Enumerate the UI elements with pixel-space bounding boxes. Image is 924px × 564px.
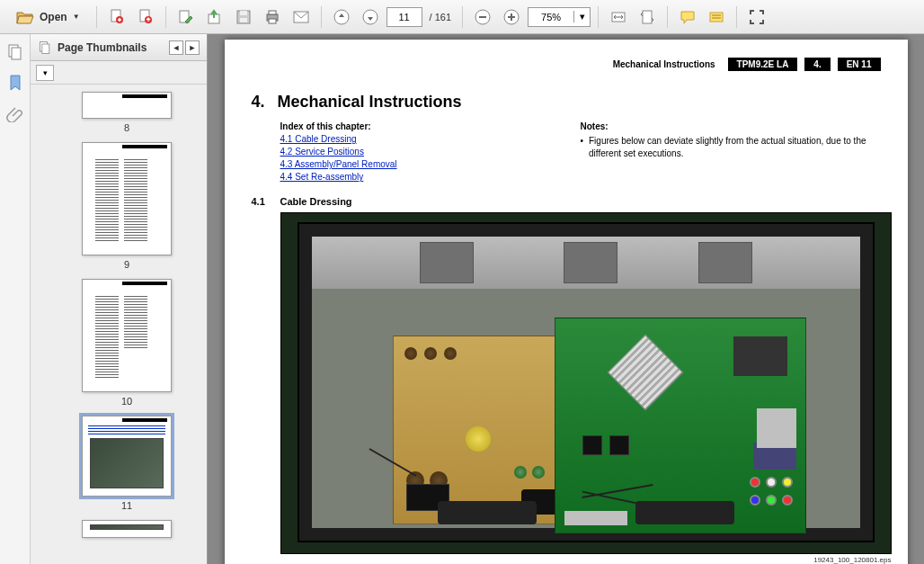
svg-rect-10 (269, 11, 276, 14)
chevron-down-icon: ▼ (73, 13, 80, 21)
open-button[interactable]: Open ▼ (7, 10, 89, 24)
thumbnail-item: 8 (47, 92, 207, 133)
export-button[interactable] (202, 4, 227, 30)
comment-button[interactable] (675, 4, 700, 30)
index-link[interactable]: 4.2 Service Positions (280, 146, 581, 158)
thumbnail-label: 10 (47, 396, 207, 407)
sidebar-options-button[interactable]: ▾ (36, 65, 54, 81)
page-running-header: Mechanical Instructions TPM9.2E LA 4. EN… (252, 58, 881, 71)
header-chapter: 4. (804, 58, 830, 71)
thumbnail-label: 11 (47, 500, 207, 511)
index-heading: Index of this chapter: (280, 121, 371, 131)
main-toolbar: Open ▼ / 161 ▾ (0, 0, 924, 34)
svg-rect-11 (269, 19, 276, 23)
zoom-out-button[interactable] (470, 4, 495, 30)
pencil-page-icon (178, 9, 194, 25)
chapter-title: Mechanical Instructions (278, 93, 462, 112)
chapter-number: 4. (252, 93, 265, 112)
thumbnail-item: 11 (47, 416, 207, 511)
print-button[interactable] (260, 4, 285, 30)
highlight-button[interactable] (704, 4, 729, 30)
open-label: Open (40, 11, 67, 23)
index-link[interactable]: 4.3 Assembly/Panel Removal (280, 158, 581, 171)
thumbnail[interactable] (82, 416, 172, 497)
pages-icon (38, 40, 52, 55)
left-rail (0, 34, 31, 564)
save-icon (235, 9, 252, 25)
notes-text: Figures below can deviate slightly from … (589, 135, 880, 160)
thumbnail-item: 9 (47, 142, 207, 270)
bookmark-icon (6, 74, 24, 92)
fit-width-icon (610, 9, 626, 25)
print-icon (264, 9, 280, 25)
fullscreen-button[interactable] (744, 4, 769, 30)
fit-width-button[interactable] (606, 4, 631, 30)
svg-rect-7 (240, 11, 247, 15)
index-column: Index of this chapter: 4.1 Cable Dressin… (280, 121, 581, 184)
plus-circle-icon (503, 9, 520, 25)
arrow-down-icon (362, 9, 378, 25)
zoom-input[interactable] (529, 12, 573, 22)
sidebar-header: Page Thumbnails ◄ ► (31, 34, 207, 61)
sidebar-title: Page Thumbnails (58, 41, 147, 54)
header-pageref: EN 11 (838, 58, 881, 71)
speech-bubble-icon (680, 10, 696, 24)
save-button[interactable] (231, 4, 256, 30)
section-number: 4.1 (252, 196, 268, 207)
document-viewport[interactable]: Mechanical Instructions TPM9.2E LA 4. EN… (208, 34, 924, 564)
thumbnail-label: 9 (47, 259, 207, 270)
thumbnail-item: 10 (47, 279, 207, 407)
page-arrow-icon (138, 9, 154, 25)
highlight-icon (708, 10, 724, 24)
document-page: Mechanical Instructions TPM9.2E LA 4. EN… (225, 40, 908, 564)
notes-heading: Notes: (581, 121, 609, 131)
thumbnail[interactable] (82, 520, 172, 538)
section-title: Cable Dressing (280, 196, 352, 207)
zoom-in-button[interactable] (499, 4, 524, 30)
thumbnail[interactable] (82, 142, 172, 255)
envelope-icon (293, 11, 309, 23)
folder-open-icon (16, 10, 34, 24)
fit-page-button[interactable] (635, 4, 660, 30)
convert-pdf-button[interactable] (133, 4, 158, 30)
pages-icon (6, 43, 24, 61)
paperclip-icon (6, 104, 24, 122)
thumbnail-label: 8 (47, 122, 207, 133)
page-plus-icon (109, 9, 125, 25)
thumbnails-sidebar: Page Thumbnails ◄ ► ▾ 8 9 (31, 34, 208, 564)
page-total-label: / 161 (426, 12, 455, 22)
thumbnail-item (47, 520, 207, 538)
notes-column: Notes: • Figures below can deviate sligh… (581, 121, 881, 184)
bullet-icon: • (581, 135, 584, 160)
minus-circle-icon (475, 9, 491, 25)
fullscreen-icon (749, 9, 765, 25)
export-icon (207, 9, 223, 25)
figure-image (280, 212, 892, 554)
index-link[interactable]: 4.1 Cable Dressing (280, 133, 581, 146)
header-section: Mechanical Instructions (608, 58, 721, 71)
thumbnail[interactable] (82, 92, 172, 119)
index-link[interactable]: 4.4 Set Re-assembly (280, 171, 581, 184)
fit-page-icon (639, 9, 655, 25)
zoom-dropdown-icon[interactable]: ▾ (573, 11, 590, 22)
zoom-select[interactable]: ▾ (528, 7, 591, 27)
page-number-input[interactable] (386, 7, 422, 27)
edit-button[interactable] (173, 4, 199, 30)
sidebar-next-button[interactable]: ► (185, 40, 200, 55)
thumbnails-tab-button[interactable] (6, 43, 24, 61)
sidebar-toolbar: ▾ (31, 61, 207, 85)
next-page-button[interactable] (358, 4, 383, 30)
create-pdf-button[interactable] (104, 4, 129, 30)
bookmarks-tab-button[interactable] (6, 74, 24, 92)
svg-rect-8 (240, 18, 247, 22)
prev-page-button[interactable] (329, 4, 354, 30)
thumbnail[interactable] (82, 279, 172, 392)
email-button[interactable] (289, 4, 314, 30)
svg-rect-18 (643, 11, 652, 23)
attachments-tab-button[interactable] (6, 104, 24, 122)
arrow-up-icon (333, 9, 350, 25)
header-model: TPM9.2E LA (728, 58, 798, 71)
sidebar-prev-button[interactable]: ◄ (169, 40, 183, 55)
thumbnails-list[interactable]: 8 9 10 (31, 85, 207, 564)
svg-rect-21 (12, 48, 21, 59)
